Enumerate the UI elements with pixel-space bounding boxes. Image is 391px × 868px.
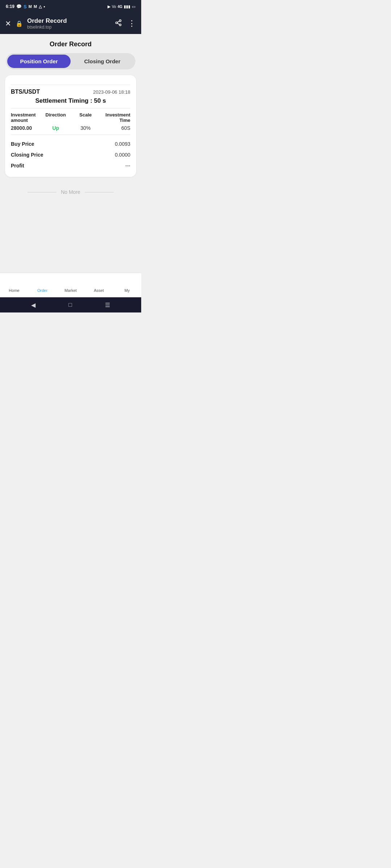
- order-time: 2023-09-06 18:18: [93, 89, 130, 95]
- svg-line-3: [117, 23, 119, 24]
- tab-position-order[interactable]: Position Order: [7, 55, 71, 68]
- nav-market[interactable]: ¥ Market: [56, 278, 85, 293]
- gmail-icon: M: [29, 4, 32, 9]
- home-button[interactable]: □: [68, 302, 72, 308]
- battery-icon: ▭: [132, 4, 135, 9]
- whatsapp-icon: 💬: [16, 4, 22, 9]
- menu-button[interactable]: ☰: [105, 302, 110, 309]
- col-investment-amount: Investment amount: [11, 112, 41, 123]
- card-header: BTS/USDT 2023-09-06 18:18: [11, 89, 130, 95]
- pair-name: BTS/USDT: [11, 89, 40, 95]
- val-investment-time: 60S: [101, 125, 131, 131]
- profit-label: Profit: [11, 163, 24, 169]
- detail-closing-price: Closing Price 0.0000: [11, 149, 130, 160]
- my-label: My: [125, 288, 130, 293]
- tab-closing-order[interactable]: Closing Order: [71, 55, 134, 68]
- nav-asset[interactable]: Asset: [85, 278, 113, 293]
- browser-title: Order Record: [27, 17, 110, 25]
- market-label: Market: [64, 288, 77, 293]
- status-bar: 6:19 💬 S M M △ ● ▶ Vo 4G ▮▮▮ ▭: [0, 0, 141, 13]
- status-left: 6:19 💬 S M M △ ●: [6, 4, 45, 9]
- nav-home[interactable]: Home: [0, 278, 28, 293]
- more-icon[interactable]: ⋮: [128, 19, 136, 28]
- vo-icon: Vo: [112, 5, 116, 9]
- table-data-row: 28000.00 Up 30% 60S: [11, 125, 130, 131]
- detail-divider: [11, 135, 130, 135]
- tab-bar: Position Order Closing Order: [6, 53, 135, 69]
- alarm-icon: ▶: [108, 4, 110, 9]
- val-direction: Up: [41, 125, 71, 131]
- closing-price-label: Closing Price: [11, 152, 43, 158]
- val-scale: 30%: [71, 125, 101, 131]
- s-icon: S: [24, 4, 27, 9]
- detail-profit: Profit ---: [11, 160, 130, 171]
- table-header: Investment amount Direction Scale Invest…: [11, 112, 130, 123]
- status-right: ▶ Vo 4G ▮▮▮ ▭: [108, 4, 135, 9]
- order-label: Order: [37, 288, 47, 293]
- page: Order Record Position Order Closing Orde…: [0, 34, 141, 312]
- share-icon[interactable]: [115, 19, 122, 28]
- system-nav: ◀ □ ☰: [0, 297, 141, 312]
- col-direction: Direction: [41, 112, 71, 123]
- detail-buy-price: Buy Price 0.0093: [11, 139, 130, 149]
- buy-price-label: Buy Price: [11, 141, 34, 147]
- browser-url: btselinkd.top: [27, 25, 110, 30]
- person-icon: △: [39, 4, 42, 9]
- signal-icon: ▮▮▮: [124, 4, 130, 9]
- no-more-label: No More: [0, 183, 141, 199]
- profit-value: ---: [125, 163, 130, 169]
- nav-order[interactable]: Order: [28, 278, 56, 293]
- back-button[interactable]: ◀: [31, 302, 35, 309]
- mid-divider: [11, 108, 130, 109]
- dot-icon: ●: [43, 5, 45, 8]
- maps-icon: M: [34, 4, 37, 9]
- close-button[interactable]: ✕: [5, 19, 11, 28]
- nav-my[interactable]: My: [113, 278, 141, 293]
- browser-bar: ✕ 🔒 Order Record btselinkd.top ⋮: [0, 13, 141, 34]
- val-amount: 28000.00: [11, 125, 41, 131]
- browser-title-wrap: Order Record btselinkd.top: [27, 17, 110, 30]
- svg-line-4: [117, 21, 119, 22]
- col-scale: Scale: [71, 112, 101, 123]
- top-divider: [11, 85, 130, 85]
- col-investment-time: Investment Time: [101, 112, 131, 123]
- lock-icon: 🔒: [16, 20, 23, 27]
- settlement-timing: Settlement Timing : 50 s: [11, 97, 130, 105]
- status-time: 6:19: [6, 4, 14, 9]
- page-title: Order Record: [0, 34, 141, 53]
- closing-price-value: 0.0000: [115, 152, 130, 158]
- home-label: Home: [9, 288, 19, 293]
- bottom-nav: Home Order ¥ Marke: [0, 273, 141, 297]
- network-icon: 4G: [118, 5, 122, 9]
- order-card: BTS/USDT 2023-09-06 18:18 Settlement Tim…: [5, 75, 136, 177]
- browser-actions: ⋮: [115, 19, 136, 28]
- asset-label: Asset: [94, 288, 104, 293]
- buy-price-value: 0.0093: [115, 141, 130, 147]
